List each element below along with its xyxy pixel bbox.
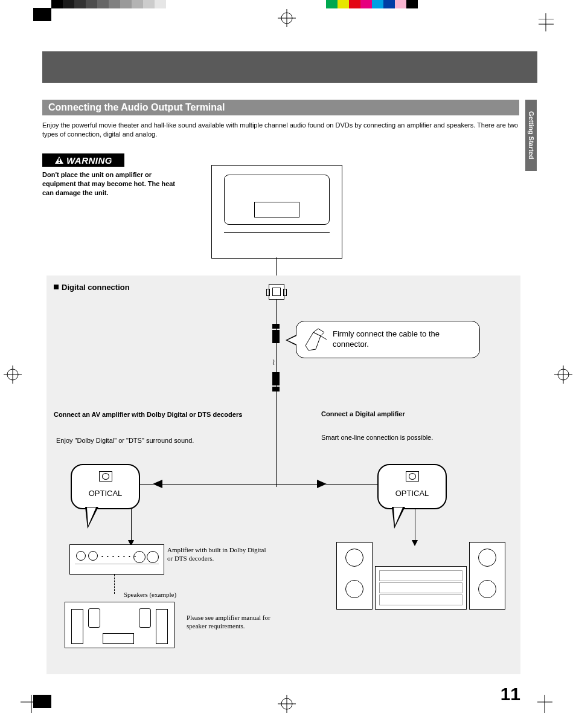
callout-text: Firmly connect the cable to the connecto… xyxy=(333,329,470,350)
surround-speakers-illustration xyxy=(65,602,174,648)
crop-mark-bottom-left xyxy=(14,695,39,721)
cable-break-icon: ≀ xyxy=(272,357,275,367)
cable-connector-icon xyxy=(272,324,280,329)
panel-heading-text: Digital connection xyxy=(62,283,130,292)
svg-line-17 xyxy=(321,336,327,340)
svg-rect-14 xyxy=(59,162,60,163)
optical-jack-icon xyxy=(99,471,112,482)
speaker-left-icon xyxy=(336,542,373,610)
optical-plug-icon xyxy=(302,327,329,353)
amp-main-unit-icon xyxy=(375,566,467,610)
warning-label: WARNING xyxy=(66,155,112,166)
print-marks-bottom xyxy=(0,695,576,728)
speaker-note: Please see amplifier manual for speaker … xyxy=(187,614,277,631)
digital-amp-system-illustration xyxy=(336,543,508,610)
speakers-caption: Speakers (example) xyxy=(124,591,176,598)
right-subheading: Connect a Digital amplifier xyxy=(321,410,405,417)
registration-mark-bottom-center xyxy=(278,695,296,715)
print-marks-top xyxy=(0,0,576,12)
manual-page: Getting Started Connecting the Audio Out… xyxy=(0,12,576,695)
arrow-left-icon xyxy=(153,480,162,488)
registration-mark-left xyxy=(4,366,22,386)
optical-jack-icon xyxy=(406,471,419,482)
speaker-right-icon xyxy=(469,542,505,610)
crop-mark-bottom-right xyxy=(537,695,562,721)
amp-caption: Amplifier with built in Dolby Digital or… xyxy=(167,546,267,563)
optical-label: OPTICAL xyxy=(89,489,123,498)
warning-triangle-icon xyxy=(54,156,64,164)
optical-bubble-right: OPTICAL xyxy=(377,464,447,509)
left-subheading: Connect an AV amplifier with Dolby Digit… xyxy=(54,410,247,419)
right-body-text: Smart one-line connection is possible. xyxy=(321,434,433,441)
av-amplifier-illustration: • • • • • • • xyxy=(69,544,164,575)
cable-connector-icon xyxy=(272,372,280,385)
digital-connection-panel: Digital connection ≀ Firmly connect the … xyxy=(46,275,520,674)
svg-rect-13 xyxy=(59,158,60,161)
connect-firmly-callout: Firmly connect the cable to the connecto… xyxy=(296,321,480,358)
cable-connector-icon xyxy=(272,330,280,343)
bullet-square-icon xyxy=(54,285,59,289)
section-heading: Connecting the Audio Output Terminal xyxy=(42,100,519,115)
chapter-banner xyxy=(42,51,537,83)
warning-text: Don't place the unit on amplifier or equ… xyxy=(42,170,181,198)
warning-badge: WARNING xyxy=(42,153,124,167)
lead-line xyxy=(276,257,277,275)
left-body-text: Enjoy "Dolby Digital" or "DTS" surround … xyxy=(56,437,255,444)
side-tab-getting-started: Getting Started xyxy=(525,100,537,171)
optical-bubble-left: OPTICAL xyxy=(71,464,140,509)
branch-line xyxy=(131,484,415,485)
color-swatches xyxy=(326,0,418,8)
intro-paragraph: Enjoy the powerful movie theater and hal… xyxy=(42,121,519,140)
optical-label: OPTICAL xyxy=(395,489,429,498)
grayscale-swatches xyxy=(51,0,166,8)
optical-port-icon xyxy=(269,284,284,300)
panel-heading: Digital connection xyxy=(54,283,130,292)
unit-rear-illustration xyxy=(211,165,342,259)
dashed-connector-line xyxy=(114,575,115,594)
registration-mark-right xyxy=(554,366,572,386)
cable-connector-icon xyxy=(272,387,280,391)
arrow-right-icon xyxy=(317,480,327,488)
